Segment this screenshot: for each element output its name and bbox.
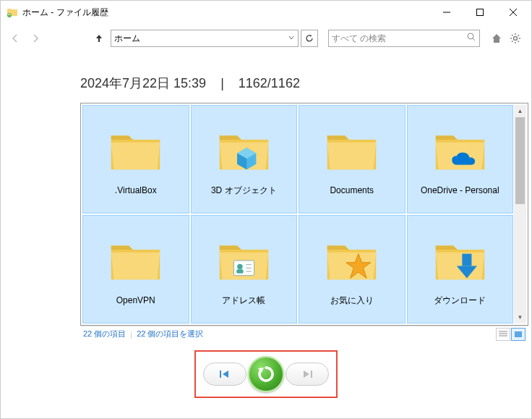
- address-text: ホーム: [114, 33, 288, 45]
- scroll-track[interactable]: [514, 204, 526, 311]
- item-grid: .VirtualBox3D オブジェクトDocumentsOneDrive - …: [82, 105, 526, 323]
- folder-item[interactable]: .VirtualBox: [82, 105, 189, 213]
- folder-icon: [107, 232, 165, 289]
- folder-label: .VirtualBox: [115, 185, 157, 197]
- folder-item[interactable]: Documents: [299, 105, 406, 213]
- folder-icon: [323, 122, 381, 179]
- main-content: 2024年7月22日 15:39 | 1162/1162 .VirtualBox…: [1, 53, 531, 398]
- folder-item[interactable]: OneDrive - Personal: [407, 105, 514, 213]
- svg-point-5: [468, 33, 473, 39]
- search-placeholder: すべて の検索: [332, 33, 466, 45]
- folder-item[interactable]: 3D オブジェクト: [191, 105, 298, 213]
- svg-line-6: [473, 38, 475, 41]
- folder-label: アドレス帳: [222, 295, 265, 307]
- folder-label: OneDrive - Personal: [421, 185, 499, 197]
- version-counter: 1162/1162: [239, 76, 300, 91]
- refresh-button[interactable]: [301, 30, 318, 47]
- folder-item[interactable]: ダウンロード: [407, 215, 514, 323]
- minimize-button[interactable]: [430, 1, 463, 23]
- scroll-down-button[interactable]: ▼: [514, 311, 526, 323]
- folder-label: Documents: [330, 185, 374, 197]
- app-icon: [7, 7, 18, 18]
- svg-point-7: [514, 37, 518, 41]
- status-bar: 22 個の項目 | 22 個の項目を選択: [80, 326, 528, 342]
- svg-rect-18: [515, 331, 522, 337]
- svg-rect-19: [220, 371, 221, 378]
- window-title: ホーム - ファイル履歴: [22, 7, 430, 19]
- folder-label: OpenVPN: [116, 295, 155, 307]
- folder-icon: [431, 232, 489, 289]
- controls-highlight: [194, 350, 338, 398]
- back-button[interactable]: [7, 30, 24, 47]
- folder-label: お気に入り: [330, 295, 374, 307]
- folder-item[interactable]: アドレス帳: [191, 215, 298, 323]
- scroll-thumb[interactable]: [515, 117, 525, 204]
- maximize-button[interactable]: [463, 1, 497, 23]
- close-button[interactable]: [497, 1, 530, 23]
- search-input[interactable]: すべて の検索: [328, 30, 480, 47]
- separator: |: [220, 76, 224, 91]
- address-bar[interactable]: ホーム: [111, 30, 299, 47]
- previous-version-button[interactable]: [203, 363, 246, 386]
- forward-button[interactable]: [27, 30, 44, 47]
- scrollbar[interactable]: ▲ ▼: [514, 105, 526, 323]
- svg-point-0: [7, 13, 12, 17]
- navigation-controls: [15, 350, 517, 398]
- folder-label: ダウンロード: [434, 295, 486, 307]
- gear-icon[interactable]: [507, 30, 523, 46]
- up-button[interactable]: [90, 30, 108, 47]
- folder-icon: [215, 232, 273, 289]
- folder-label: 3D オブジェクト: [211, 185, 277, 197]
- toolbar: ホーム すべて の検索: [1, 24, 531, 53]
- folder-icon: [107, 122, 165, 179]
- folder-item[interactable]: お気に入り: [299, 215, 406, 323]
- restore-button[interactable]: [248, 356, 284, 392]
- svg-rect-20: [311, 371, 312, 378]
- folder-icon: [215, 122, 273, 179]
- folder-item[interactable]: OpenVPN: [82, 215, 189, 323]
- window-controls: [430, 1, 530, 23]
- backup-timestamp: 2024年7月22日 15:39: [80, 75, 206, 92]
- selected-count: 22 個の項目を選択: [137, 329, 203, 339]
- folder-icon: [431, 122, 489, 179]
- svg-point-9: [237, 263, 243, 269]
- view-buttons: [496, 328, 525, 341]
- details-view-button[interactable]: [496, 328, 510, 341]
- scroll-up-button[interactable]: ▲: [514, 105, 526, 117]
- file-browser: .VirtualBox3D オブジェクトDocumentsOneDrive - …: [80, 103, 528, 342]
- home-icon[interactable]: [489, 30, 505, 46]
- folder-icon: [323, 232, 381, 289]
- status-separator: |: [130, 330, 132, 339]
- svg-rect-14: [462, 253, 471, 266]
- search-icon: [466, 32, 476, 45]
- svg-rect-2: [477, 9, 484, 16]
- chevron-down-icon[interactable]: [288, 33, 295, 43]
- next-version-button[interactable]: [286, 363, 329, 386]
- item-count: 22 個の項目: [83, 329, 126, 339]
- thumbnail-view-button[interactable]: [511, 328, 525, 341]
- titlebar: ホーム - ファイル履歴: [1, 1, 531, 24]
- timestamp-row: 2024年7月22日 15:39 | 1162/1162: [15, 53, 517, 103]
- svg-rect-10: [236, 269, 243, 274]
